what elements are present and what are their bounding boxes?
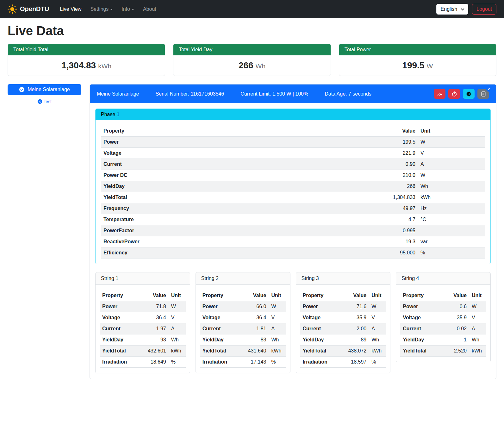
- property-cell: Power: [101, 137, 374, 148]
- property-cell: Current: [300, 323, 343, 334]
- logout-button[interactable]: Logout: [472, 4, 496, 15]
- property-cell: Voltage: [101, 148, 374, 159]
- property-cell: Voltage: [200, 312, 242, 323]
- value-cell: 18.597: [342, 357, 369, 368]
- table-row: Voltage36.4V: [100, 312, 186, 323]
- unit-cell: A: [169, 323, 186, 334]
- card-value: 266: [239, 60, 253, 70]
- language-select[interactable]: English: [436, 4, 468, 15]
- column-header-unit: Unit: [369, 290, 386, 301]
- table-header-row: Property Value Unit: [300, 290, 386, 301]
- value-cell: 1,304.833: [374, 192, 418, 203]
- phase-card: Phase 1 Property Value Unit: [95, 109, 491, 264]
- unit-cell: Wh: [418, 181, 485, 192]
- value-cell: 36.4: [242, 312, 269, 323]
- unit-cell: Wh: [369, 334, 386, 346]
- column-header-property: Property: [400, 290, 443, 301]
- value-cell: 66.0: [242, 301, 269, 312]
- unit-cell: V: [369, 312, 386, 323]
- language-select-value: English: [441, 6, 457, 12]
- power-button[interactable]: [448, 89, 460, 99]
- card-title: Total Yield Total: [8, 44, 165, 55]
- unit-cell: W: [418, 170, 485, 181]
- column-header-property: Property: [300, 290, 343, 301]
- value-cell: 18.649: [142, 357, 169, 368]
- value-cell: 2.520: [443, 346, 469, 357]
- string-table: Property Value Unit Power66.0W Voltage36…: [200, 290, 286, 368]
- table-header-row: Property Value Unit: [200, 290, 286, 301]
- device-info-button[interactable]: [463, 89, 475, 99]
- value-cell: 210.0: [374, 170, 418, 181]
- unit-cell: Wh: [169, 334, 186, 346]
- value-cell: 431.640: [242, 346, 269, 357]
- column-header-value: Value: [142, 290, 169, 301]
- sun-icon: [8, 4, 17, 14]
- table-row: YieldTotal1,304.833kWh: [101, 192, 485, 203]
- property-cell: YieldDay: [100, 334, 142, 346]
- table-row: Power66.0W: [200, 301, 286, 312]
- property-cell: YieldTotal: [400, 346, 443, 357]
- inverter-card-header: Meine Solaranlage Serial Number: 1161716…: [90, 84, 496, 103]
- property-cell: YieldTotal: [101, 192, 374, 203]
- column-header-unit: Unit: [269, 290, 286, 301]
- property-cell: YieldDay: [300, 334, 343, 346]
- property-cell: Power DC: [101, 170, 374, 181]
- gauge-icon: [437, 91, 443, 97]
- table-row: Irradiation17.143%: [200, 357, 286, 368]
- nav-item-settings[interactable]: Settings: [86, 4, 116, 15]
- value-cell: 0.995: [374, 225, 418, 236]
- table-row: Irradiation18.597%: [300, 357, 386, 368]
- value-cell: 0.90: [374, 159, 418, 170]
- chevron-down-icon: [132, 9, 134, 10]
- event-log-button[interactable]: 2: [477, 89, 489, 99]
- unit-cell: %: [269, 357, 286, 368]
- phase-table: Property Value Unit Power199.5W Voltage2…: [101, 126, 485, 259]
- sidebar-item-meine-solaranlage[interactable]: Meine Solaranlage: [8, 84, 81, 95]
- unit-cell: kWh: [269, 346, 286, 357]
- property-cell: Irradiation: [100, 357, 142, 368]
- inverter-sidebar: Meine Solaranlage test: [8, 84, 81, 104]
- nav-item-live-view[interactable]: Live View: [56, 4, 85, 15]
- unit-cell: W: [369, 301, 386, 312]
- string-card-title: String 4: [396, 272, 490, 285]
- limit-settings-button[interactable]: [434, 89, 445, 99]
- property-cell: Irradiation: [300, 357, 343, 368]
- column-header-value: Value: [443, 290, 469, 301]
- card-value: 199.5: [402, 60, 424, 70]
- unit-cell: W: [469, 301, 486, 312]
- property-cell: YieldTotal: [200, 346, 242, 357]
- brand[interactable]: OpenDTU: [8, 4, 49, 14]
- property-cell: Voltage: [100, 312, 142, 323]
- column-header-unit: Unit: [418, 126, 485, 137]
- card-title: Total Power: [339, 44, 496, 55]
- string-card-title: String 2: [196, 272, 290, 285]
- column-header-property: Property: [100, 290, 142, 301]
- table-row: Power71.6W: [300, 301, 386, 312]
- unit-cell: V: [169, 312, 186, 323]
- string-table: Property Value Unit Power0.6W Voltage35.…: [400, 290, 486, 357]
- table-header-row: Property Value Unit: [400, 290, 486, 301]
- table-row: YieldTotal431.640kWh: [200, 346, 286, 357]
- column-header-property: Property: [101, 126, 374, 137]
- table-row: Voltage221.9V: [101, 148, 485, 159]
- property-cell: ReactivePower: [101, 236, 374, 247]
- nav-item-about[interactable]: About: [139, 4, 160, 15]
- string-table: Property Value Unit Power71.8W Voltage36…: [100, 290, 186, 368]
- unit-cell: Wh: [269, 334, 286, 346]
- unit-cell: W: [169, 301, 186, 312]
- property-cell: Frequency: [101, 203, 374, 214]
- sidebar-item-test[interactable]: test: [37, 99, 52, 104]
- unit-cell: A: [269, 323, 286, 334]
- unit-cell: W: [418, 137, 485, 148]
- unit-cell: %: [169, 357, 186, 368]
- unit-cell: V: [469, 312, 486, 323]
- property-cell: Power: [100, 301, 142, 312]
- property-cell: Current: [100, 323, 142, 334]
- value-cell: 1.97: [142, 323, 169, 334]
- navbar: OpenDTU Live View Settings Info About En…: [0, 0, 504, 18]
- table-row: YieldDay1Wh: [400, 334, 486, 346]
- table-row: YieldTotal438.072kWh: [300, 346, 386, 357]
- nav-item-info[interactable]: Info: [118, 4, 138, 15]
- property-cell: YieldDay: [101, 181, 374, 192]
- value-cell: 438.072: [342, 346, 369, 357]
